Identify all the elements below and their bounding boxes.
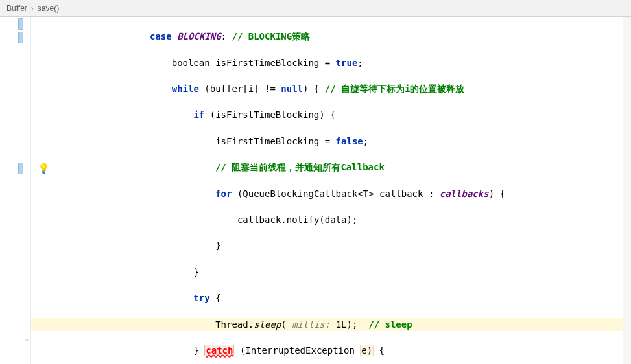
gutter-marker-icon[interactable] [18, 163, 23, 174]
code-line[interactable]: if (isFirstTimeBlocking) { [31, 108, 631, 121]
breadcrumb-item-2[interactable]: save() [38, 4, 59, 13]
breadcrumb-separator: › [31, 4, 34, 13]
code-line[interactable]: } [31, 266, 631, 279]
code-line[interactable]: } [31, 239, 631, 252]
code-line[interactable]: callback.notify(data); [31, 213, 631, 226]
code-line[interactable]: boolean isFirstTimeBlocking = true; [31, 56, 631, 69]
code-line[interactable]: } catch (InterruptedException e) { [31, 344, 631, 357]
code-line[interactable]: isFirstTimeBlocking = false; [31, 135, 631, 148]
breadcrumb[interactable]: Buffer › save() [0, 0, 631, 17]
code-line-highlighted[interactable]: Thread.sleep( millis: 1L); // sleep [31, 318, 631, 331]
code-line[interactable]: while (buffer[i] != null) { // 自旋等待下标为i的… [31, 82, 631, 95]
code-line[interactable]: try { [31, 291, 631, 304]
code-line[interactable]: case BLOCKING: // BLOCKING策略 [31, 30, 631, 43]
code-line[interactable]: // 阻塞当前线程，并通知所有Callback [31, 161, 631, 174]
gutter-marker-icon[interactable] [18, 32, 23, 43]
text-cursor [412, 319, 412, 330]
code-line[interactable]: for (QueueBlockingCallback<T> callback :… [31, 187, 631, 200]
secondary-caret [416, 186, 416, 196]
gutter-marker-icon[interactable] [18, 18, 23, 30]
gutter[interactable]: ⌄ [0, 17, 31, 364]
code-area[interactable]: case BLOCKING: // BLOCKING策略 boolean isF… [31, 17, 631, 364]
fold-handle-icon[interactable]: ⌄ [25, 334, 31, 341]
breadcrumb-item-1[interactable]: Buffer [6, 4, 27, 13]
scrollbar[interactable] [623, 17, 631, 364]
editor[interactable]: ⌄ 💡 case BLOCKING: // BLOCKING策略 boolean… [0, 17, 631, 364]
